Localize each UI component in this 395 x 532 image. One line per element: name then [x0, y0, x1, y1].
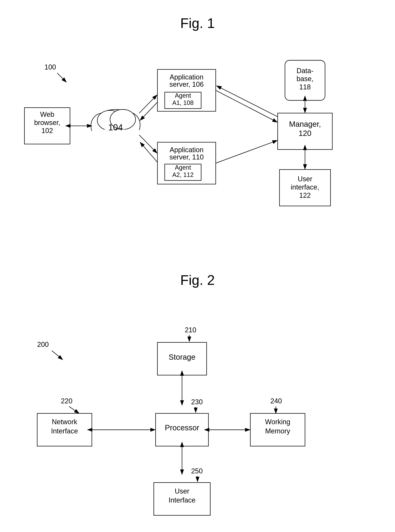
web-browser-label3: 102 [41, 127, 53, 134]
ref-100-label: 100 [44, 63, 56, 71]
network-interface-ref-label: 220 [61, 397, 72, 405]
ref-200-label: 200 [37, 341, 49, 348]
storage-ref-label: 210 [185, 326, 196, 334]
storage-label: Storage [169, 353, 195, 361]
app-server2-label1: Application [170, 146, 204, 154]
database-label1: Data- [296, 67, 313, 75]
cloud-label: 104 [108, 123, 123, 132]
agent-a1-label1: Agent [175, 92, 191, 99]
agent-a1-label2: A1, 108 [172, 99, 193, 106]
arrow-appserver1-cloud [140, 102, 157, 120]
user-interface-label1-fig2: User [175, 487, 189, 495]
svg-line-11 [52, 350, 63, 360]
agent-a2-label1: Agent [175, 164, 191, 171]
fig1-title: Fig. 1 [15, 11, 380, 31]
arrow-manager-appserver1 [217, 86, 278, 117]
user-interface-label2-fig2: Interface [169, 496, 196, 504]
network-interface-label1: Network [52, 418, 77, 426]
user-interface-label1: User [298, 175, 312, 183]
arrow-appserver2-cloud [140, 142, 157, 162]
svg-line-14 [69, 406, 79, 413]
fig2-title: Fig. 2 [15, 269, 380, 288]
app-server1-label2: server, 106 [170, 81, 204, 88]
database-label2: base, [296, 75, 313, 83]
database-label3: 118 [299, 83, 311, 91]
arrow-cloud-appserver1 [139, 95, 157, 113]
fig2-diagram: 200 210 Storage 230 Processor 220 Networ… [15, 299, 380, 532]
app-server2-label2: server, 110 [170, 153, 204, 161]
web-browser-label1: Web [40, 110, 55, 118]
user-interface-label2: interface, [291, 183, 319, 191]
user-interface-ref-label: 250 [191, 467, 203, 475]
app-server1-label1: Application [170, 73, 204, 81]
user-interface-label3: 122 [299, 191, 311, 199]
arrow-appserver2-manager [216, 140, 277, 163]
arrow-appserver1-manager [216, 90, 277, 122]
manager-label1: Manager, [289, 120, 321, 128]
network-interface-label2: Interface [51, 427, 78, 435]
web-browser-label2: browser, [34, 119, 60, 127]
working-memory-label2: Memory [265, 427, 290, 435]
working-memory-ref-label: 240 [270, 397, 282, 405]
agent-a2-label2: A2, 112 [172, 171, 193, 178]
fig1-diagram: 100 Web browser, 102 104 Application ser [15, 31, 380, 261]
cloud-104: 104 [91, 109, 140, 148]
working-memory-label1: Working [265, 418, 291, 426]
manager-label2: 120 [299, 129, 312, 137]
processor-ref-label: 230 [191, 398, 203, 406]
svg-line-2 [57, 73, 66, 82]
processor-label: Processor [165, 424, 199, 432]
